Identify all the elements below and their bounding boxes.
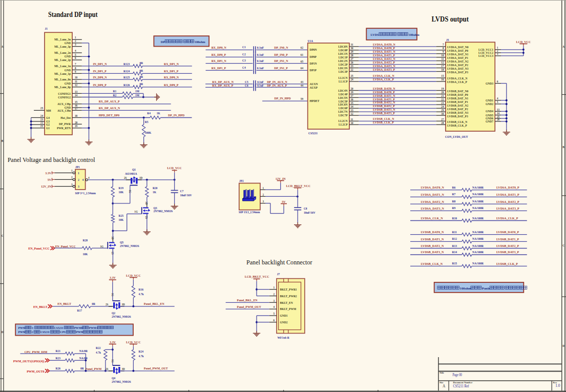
svg-text:R123: R123 bbox=[123, 63, 130, 66]
svg-text:3: 3 bbox=[273, 299, 275, 302]
svg-text:43: 43 bbox=[301, 80, 304, 84]
svg-text:LDC0N: LDC0N bbox=[338, 45, 347, 48]
svg-text:C1: C1 bbox=[242, 46, 246, 49]
svg-text:LVDSB_DAT0_P: LVDSB_DAT0_P bbox=[496, 231, 519, 234]
svg-text:G3: G3 bbox=[46, 120, 50, 123]
svg-text:23: 23 bbox=[40, 118, 44, 121]
svg-text:LL1CP: LL1CP bbox=[339, 80, 348, 83]
svg-text:LVDSB_CLK_P: LVDSB_CLK_P bbox=[447, 124, 467, 127]
svg-text:LDC4N: LDC4N bbox=[338, 89, 347, 92]
svg-text:2: 2 bbox=[32, 331, 33, 334]
svg-text:100ohm: 100ohm bbox=[409, 33, 420, 36]
svg-text:3.3V: 3.3V bbox=[110, 341, 116, 344]
svg-text:LVDSA_CLK_N: LVDSA_CLK_N bbox=[421, 217, 443, 220]
svg-text:1: 1 bbox=[263, 187, 264, 190]
svg-text:R6: R6 bbox=[452, 186, 456, 189]
svg-text:R11: R11 bbox=[452, 231, 457, 234]
svg-text:DP_IN0_P: DP_IN0_P bbox=[274, 53, 288, 56]
svg-text:LVDSB_DAT3_P: LVDSB_DAT3_P bbox=[496, 251, 519, 254]
svg-text:LVDSB_DAT_N0: LVDSB_DAT_N0 bbox=[447, 90, 469, 93]
svg-text:J5: J5 bbox=[446, 38, 449, 42]
svg-text:22: 22 bbox=[441, 98, 444, 101]
svg-text:R14: R14 bbox=[452, 251, 457, 254]
svg-text:2N7002_NMOS: 2N7002_NMOS bbox=[120, 244, 139, 247]
svg-text:D: D bbox=[2, 331, 4, 334]
svg-text:R15: R15 bbox=[452, 262, 457, 265]
svg-text:LDC5P: LDC5P bbox=[339, 100, 348, 103]
svg-text:1M: 1M bbox=[135, 90, 140, 93]
svg-text:8: 8 bbox=[75, 67, 76, 70]
svg-text:ML_Lane_3p: ML_Lane_3p bbox=[54, 45, 71, 48]
svg-text:BKLT_PWR2: BKLT_PWR2 bbox=[280, 295, 297, 298]
svg-text:GND: GND bbox=[65, 69, 71, 72]
svg-text:22: 22 bbox=[40, 121, 44, 124]
svg-text:LVDSB_DAT0_N: LVDSB_DAT0_N bbox=[373, 87, 395, 90]
svg-text:3: 3 bbox=[263, 200, 264, 203]
svg-text:6: 6 bbox=[273, 319, 275, 322]
svg-text:HPDET: HPDET bbox=[310, 99, 320, 102]
svg-text:ML_Lane_1n: ML_Lane_1n bbox=[54, 65, 71, 68]
svg-text:3D: 3D bbox=[111, 236, 114, 240]
svg-text:CS5211: CS5211 bbox=[54, 326, 64, 329]
svg-text:3D: 3D bbox=[122, 303, 125, 306]
svg-text:Q5: Q5 bbox=[120, 241, 123, 244]
svg-text:14: 14 bbox=[75, 94, 78, 97]
svg-text:25: 25 bbox=[40, 107, 44, 110]
svg-text:LVDSB_DAT3_P: LVDSB_DAT3_P bbox=[373, 112, 395, 115]
svg-text:ML_Lane_1p: ML_Lane_1p bbox=[54, 72, 71, 75]
svg-text:24: 24 bbox=[441, 105, 444, 108]
svg-text:18: 18 bbox=[75, 114, 78, 117]
svg-text:D: D bbox=[562, 344, 564, 347]
svg-text:NA/100R: NA/100R bbox=[472, 237, 484, 240]
svg-text:ML_Lane_3n: ML_Lane_3n bbox=[54, 38, 71, 41]
svg-text:RX_DP0_N: RX_DP0_N bbox=[164, 76, 179, 79]
svg-text:4: 4 bbox=[497, 97, 498, 100]
svg-text:LCD_VCC: LCD_VCC bbox=[126, 341, 141, 344]
svg-text:PWM: PWM bbox=[18, 331, 26, 334]
svg-text:12V_IN: 12V_IN bbox=[41, 185, 52, 188]
svg-text:EN_Panel_VCC: EN_Panel_VCC bbox=[55, 245, 76, 248]
svg-text:3.3V: 3.3V bbox=[110, 276, 116, 279]
svg-text:R23: R23 bbox=[56, 357, 61, 360]
svg-text:R20: R20 bbox=[153, 187, 158, 190]
svg-text:Standard DP input: Standard DP input bbox=[48, 10, 98, 18]
svg-text:4: 4 bbox=[88, 176, 90, 179]
svg-text:GND1: GND1 bbox=[280, 314, 288, 317]
svg-text:J1: J1 bbox=[45, 27, 48, 30]
svg-text:4: 4 bbox=[273, 305, 275, 308]
svg-text:1G: 1G bbox=[111, 293, 114, 297]
svg-text:CS5211: CS5211 bbox=[40, 331, 50, 334]
svg-text:C6: C6 bbox=[245, 84, 248, 87]
svg-text:LVDSA_DAT3_N: LVDSA_DAT3_N bbox=[373, 65, 396, 68]
svg-text:RX_DP_AUX_P: RX_DP_AUX_P bbox=[212, 84, 233, 87]
svg-text:R13: R13 bbox=[452, 244, 457, 247]
svg-text:B: B bbox=[2, 139, 4, 142]
svg-text:PWM: PWM bbox=[76, 331, 84, 334]
svg-text:LVDSA_DAT_N0: LVDSA_DAT_N0 bbox=[447, 46, 469, 49]
svg-text:100K: 100K bbox=[145, 131, 152, 134]
svg-text:20: 20 bbox=[441, 91, 444, 94]
svg-text:4.7k: 4.7k bbox=[139, 355, 144, 358]
svg-text:PWM_OUT0: PWM_OUT0 bbox=[27, 370, 44, 373]
svg-text:15: 15 bbox=[351, 101, 354, 105]
svg-text:LVDSB_DAT_P2: LVDSB_DAT_P2 bbox=[447, 108, 468, 111]
svg-text:R124: R124 bbox=[123, 70, 130, 73]
svg-text:R7: R7 bbox=[452, 193, 456, 196]
svg-text:1: 1 bbox=[273, 286, 275, 289]
svg-text:64: 64 bbox=[301, 67, 304, 70]
svg-text:6: 6 bbox=[75, 56, 76, 59]
svg-text:Panel_PWM: Panel_PWM bbox=[86, 367, 102, 370]
svg-text:9: 9 bbox=[443, 50, 444, 53]
svg-text:IN_DP0_P: IN_DP0_P bbox=[93, 84, 107, 87]
svg-text:ML_Lane_2p: ML_Lane_2p bbox=[54, 58, 71, 61]
svg-text:27: 27 bbox=[351, 57, 354, 60]
svg-text:27: 27 bbox=[441, 118, 444, 121]
svg-text:26: 26 bbox=[497, 118, 500, 121]
svg-text:BKLT_PWR1: BKLT_PWR1 bbox=[280, 288, 297, 291]
svg-text:LVDSA_DAT1_P: LVDSA_DAT1_P bbox=[373, 54, 395, 57]
svg-text:LDC6P: LDC6P bbox=[339, 107, 348, 110]
svg-text:LDC5N: LDC5N bbox=[338, 96, 347, 99]
svg-text:0R: 0R bbox=[140, 69, 144, 72]
svg-text:13: 13 bbox=[75, 90, 78, 93]
svg-text:ML_Lane_0p: ML_Lane_0p bbox=[54, 86, 71, 89]
